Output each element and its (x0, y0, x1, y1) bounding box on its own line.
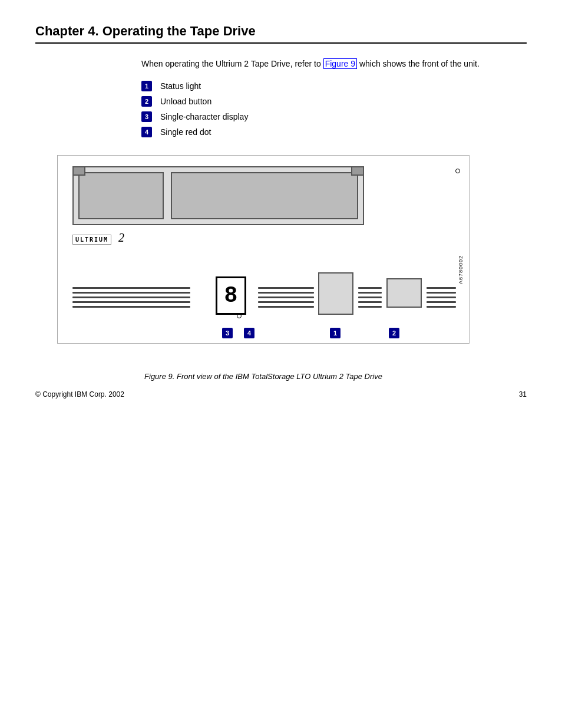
figure-box: ULTRIUM 2 8 (57, 155, 470, 344)
vent-line (358, 292, 382, 294)
vent-line (258, 297, 314, 298)
item-list: 1 Status light 2 Unload button 3 Single-… (141, 81, 527, 137)
callout-2: 2 (389, 328, 399, 338)
item-badge-2: 2 (141, 96, 152, 107)
vent-line (427, 297, 456, 298)
vent-line (258, 287, 314, 289)
logo-number: 2 (118, 231, 124, 244)
tape-slot-outer (72, 166, 364, 225)
small-circle (455, 169, 460, 173)
item-label-2: Unload button (160, 97, 211, 106)
callout-badge-3: 3 (222, 328, 233, 338)
item-label-1: Status light (160, 81, 201, 91)
page: Chapter 4. Operating the Tape Drive When… (0, 0, 562, 416)
corner-tl (74, 167, 85, 176)
figure-container: ULTRIUM 2 8 (0, 155, 527, 381)
vent-line (427, 301, 456, 303)
page-number: 31 (519, 390, 527, 398)
figure9-link[interactable]: Figure 9 (323, 58, 357, 69)
tape-slot-inner-left (78, 172, 164, 219)
item-badge-1: 1 (141, 81, 152, 91)
vent-right (427, 287, 456, 308)
intro-text-before: When operating the Ultrium 2 Tape Drive,… (141, 59, 323, 68)
item-badge-3: 3 (141, 111, 152, 122)
dot-indicator (237, 314, 242, 318)
char-display: 8 (216, 276, 246, 315)
item-row-4: 4 Single red dot (141, 127, 527, 137)
intro-paragraph: When operating the Ultrium 2 Tape Drive,… (141, 58, 483, 70)
vent-line (72, 301, 190, 303)
side-label-text: A6780002 (458, 255, 464, 284)
logo-area: ULTRIUM 2 (72, 231, 124, 245)
vent-left (72, 287, 190, 308)
vent-line (72, 306, 190, 308)
vent-gap (358, 287, 382, 308)
vent-line (72, 287, 190, 289)
item-row-2: 2 Unload button (141, 96, 527, 107)
vent-line (358, 301, 382, 303)
vent-line (258, 301, 314, 303)
page-footer: © Copyright IBM Corp. 2002 31 (35, 390, 527, 398)
unload-button-box (386, 278, 422, 308)
vent-line (358, 287, 382, 289)
vent-center-right (258, 287, 314, 308)
intro-text-after: which shows the front of the unit. (357, 59, 480, 68)
vent-line (72, 292, 190, 294)
ultrium-logo: ULTRIUM (72, 235, 111, 245)
callout-3: 3 (222, 328, 233, 338)
vent-line (72, 297, 190, 298)
status-light-box (318, 272, 353, 315)
item-badge-4: 4 (141, 127, 152, 137)
vent-line (258, 306, 314, 308)
callout-badge-4: 4 (244, 328, 254, 338)
figure-caption: Figure 9. Front view of the IBM TotalSto… (144, 372, 382, 381)
vent-line (358, 297, 382, 298)
copyright-text: © Copyright IBM Corp. 2002 (35, 390, 124, 398)
vent-line (427, 287, 456, 289)
content-area: When operating the Ultrium 2 Tape Drive,… (141, 58, 527, 137)
item-label-3: Single-character display (160, 112, 248, 121)
chapter-title: Chapter 4. Operating the Tape Drive (35, 24, 527, 44)
callout-1: 1 (330, 328, 340, 338)
callout-badge-2: 2 (389, 328, 399, 338)
callout-badge-1: 1 (330, 328, 340, 338)
side-label-container: A6780002 (455, 203, 467, 337)
corner-tr (351, 167, 363, 176)
vent-line (427, 306, 456, 308)
item-row-3: 3 Single-character display (141, 111, 527, 122)
vent-line (258, 292, 314, 294)
callout-4: 4 (244, 328, 254, 338)
vent-line (427, 292, 456, 294)
tape-slot-inner-right (171, 172, 358, 219)
vent-line (358, 306, 382, 308)
item-row-1: 1 Status light (141, 81, 527, 91)
item-label-4: Single red dot (160, 127, 211, 137)
